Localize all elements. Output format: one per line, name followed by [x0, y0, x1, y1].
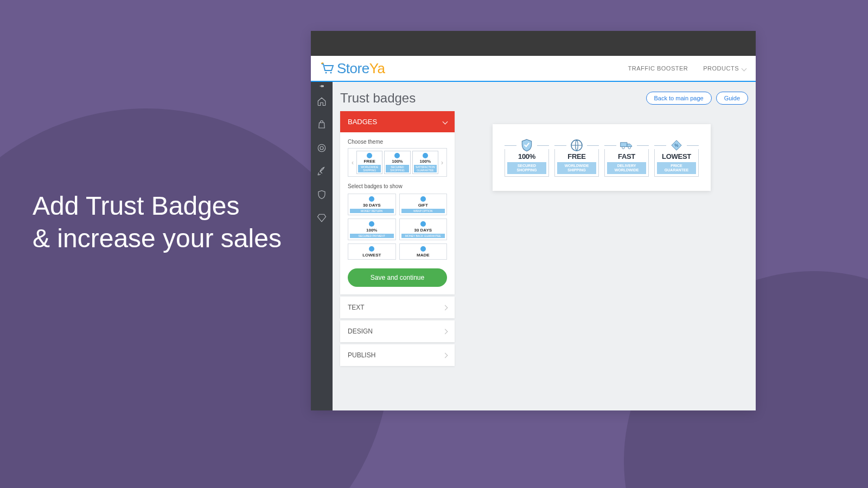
svg-rect-5: [621, 143, 627, 147]
svg-point-6: [622, 146, 624, 149]
badge-option[interactable]: LOWEST: [348, 243, 396, 260]
brand-logo[interactable]: StoreYa: [321, 60, 385, 77]
choose-theme-label: Choose theme: [348, 139, 447, 145]
chevron-right-icon: [443, 305, 448, 310]
back-button[interactable]: Back to main page: [646, 92, 712, 105]
chevron-down-icon: [443, 119, 448, 125]
svg-point-0: [326, 72, 327, 74]
theme-option[interactable]: FREEWORLDWIDE SHIPPING: [356, 151, 382, 174]
theme-prev-arrow[interactable]: ‹: [350, 159, 355, 166]
window-chrome: [311, 31, 756, 56]
badge-option[interactable]: 30 DAYSMONEY BACK GUARANTEE: [399, 219, 448, 240]
home-icon[interactable]: [317, 97, 327, 106]
badge-option[interactable]: MADE: [399, 243, 448, 260]
marketing-line2: & increase your sales: [33, 222, 282, 255]
publish-section[interactable]: PUBLISH: [340, 344, 455, 366]
text-section[interactable]: TEXT: [340, 297, 455, 318]
chevron-right-icon: [443, 352, 448, 358]
config-panel: BADGES Choose theme ‹ FREEWORLDWIDE SHIP…: [340, 111, 455, 294]
globe-icon: [570, 138, 584, 152]
side-nav: ↠: [311, 82, 333, 410]
rocket-icon[interactable]: [317, 166, 327, 176]
chevron-right-icon: [443, 329, 448, 334]
save-continue-button[interactable]: Save and continue: [348, 268, 447, 287]
chevron-down-icon: [742, 66, 747, 71]
nav-traffic-booster[interactable]: TRAFFIC BOOSTER: [628, 65, 688, 72]
marketing-headline: Add Trust Badges & increase your sales: [33, 190, 282, 255]
badge-option[interactable]: GIFTWRAP OPTION: [399, 194, 448, 215]
badges-section-header[interactable]: BADGES: [340, 111, 455, 132]
app-header: StoreYa TRAFFIC BOOSTER PRODUCTS: [311, 56, 756, 82]
brand-text: StoreYa: [337, 60, 385, 77]
preview-badge: % LOWESTPRICE GUARANTEE: [654, 138, 699, 177]
select-badges-label: Select badges to show: [348, 183, 447, 189]
app-window: StoreYa TRAFFIC BOOSTER PRODUCTS ↠ Trust…: [311, 31, 756, 410]
truck-icon: [620, 138, 634, 152]
cart-icon: [321, 62, 335, 74]
guide-button[interactable]: Guide: [716, 92, 748, 105]
shield-check-icon: [520, 138, 534, 152]
badge-option[interactable]: 30 DAYSMONEY RETURN: [348, 194, 396, 215]
preview-badge: FREEWORLDWIDE SHIPPING: [554, 138, 599, 177]
marketing-line1: Add Trust Badges: [33, 190, 282, 222]
tag-icon: %: [669, 138, 684, 152]
svg-point-1: [330, 72, 332, 74]
sidebar-expand-icon[interactable]: ↠: [311, 82, 333, 90]
bag-icon[interactable]: [317, 120, 327, 130]
svg-point-3: [320, 146, 323, 150]
preview-card: 100%SECURED SHOPPING FREEWORLDWIDE SHIPP…: [493, 124, 711, 191]
diamond-icon[interactable]: [317, 213, 327, 223]
theme-option[interactable]: 100%SECURED SHOPPING: [384, 151, 410, 174]
design-section[interactable]: DESIGN: [340, 320, 455, 342]
theme-next-arrow[interactable]: ›: [440, 159, 444, 166]
badge-option[interactable]: 100%SECURED PAYMENT: [348, 219, 396, 240]
theme-selector: ‹ FREEWORLDWIDE SHIPPING 100%SECURED SHO…: [348, 148, 447, 177]
preview-badge: FASTDELIVERY WORLDWIDE: [604, 138, 649, 177]
nav-products[interactable]: PRODUCTS: [703, 65, 746, 72]
preview-badge: 100%SECURED SHOPPING: [505, 138, 549, 177]
theme-option[interactable]: 100%SATISFACTION GUARANTEE: [412, 151, 438, 174]
svg-text:%: %: [674, 143, 679, 148]
shield-icon[interactable]: [317, 190, 327, 200]
target-icon[interactable]: [317, 143, 327, 153]
svg-point-2: [318, 144, 326, 152]
page-title: Trust badges: [340, 91, 416, 106]
svg-point-7: [628, 146, 630, 149]
